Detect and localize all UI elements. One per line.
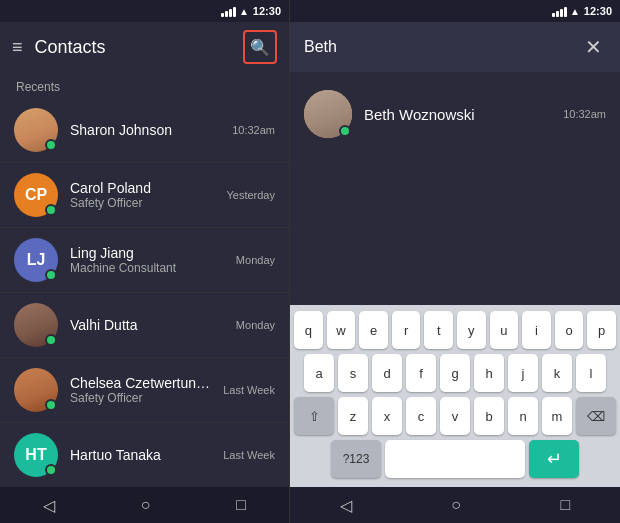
recent-apps-button[interactable]: □	[220, 492, 262, 518]
key-b[interactable]: b	[474, 397, 504, 435]
status-time: 12:30	[253, 5, 281, 17]
key-n[interactable]: n	[508, 397, 538, 435]
list-item[interactable]: LJ Ling Jiang Machine Consultant Monday	[0, 228, 289, 293]
contact-info: Chelsea Czetwertunski Safety Officer	[70, 375, 211, 405]
close-button[interactable]: ✕	[581, 31, 606, 63]
contact-info: Hartuo Tanaka	[70, 447, 211, 463]
left-panel: ▲ 12:30 ≡ Contacts 🔍 Recents Sharon John…	[0, 0, 290, 523]
right-status-time: 12:30	[584, 5, 612, 17]
avatar-wrap: CP	[14, 173, 58, 217]
key-v[interactable]: v	[440, 397, 470, 435]
key-o[interactable]: o	[555, 311, 584, 349]
contact-name: Sharon Johnson	[70, 122, 220, 138]
contact-name: Valhi Dutta	[70, 317, 224, 333]
contact-info: Valhi Dutta	[70, 317, 224, 333]
shift-key[interactable]: ⇧	[294, 397, 334, 435]
list-item[interactable]: Valhi Dutta Monday	[0, 293, 289, 358]
signal-bar-3	[560, 9, 563, 17]
search-icon: 🔍	[250, 38, 270, 57]
key-i[interactable]: i	[522, 311, 551, 349]
key-u[interactable]: u	[490, 311, 519, 349]
numbers-key[interactable]: ?123	[331, 440, 381, 478]
menu-icon[interactable]: ≡	[12, 37, 23, 58]
signal-bar-1	[221, 13, 224, 17]
keyboard-row-1: q w e r t y u i o p	[294, 311, 616, 349]
key-q[interactable]: q	[294, 311, 323, 349]
contact-time: Last Week	[223, 384, 275, 396]
contacts-header: ≡ Contacts 🔍	[0, 22, 289, 72]
online-indicator	[45, 269, 57, 281]
result-info: Beth Woznowski	[364, 106, 551, 123]
signal-bars	[221, 5, 236, 17]
signal-bar-4	[564, 7, 567, 17]
key-t[interactable]: t	[424, 311, 453, 349]
keyboard-row-3: ⇧ z x c v b n m ⌫	[294, 397, 616, 435]
list-item[interactable]: CP Carol Poland Safety Officer Yesterday	[0, 163, 289, 228]
signal-bar-4	[233, 7, 236, 17]
key-h[interactable]: h	[474, 354, 504, 392]
result-name: Beth Woznowski	[364, 106, 551, 123]
key-r[interactable]: r	[392, 311, 421, 349]
recent-apps-button[interactable]: □	[545, 492, 587, 518]
online-indicator	[45, 399, 57, 411]
key-j[interactable]: j	[508, 354, 538, 392]
key-e[interactable]: e	[359, 311, 388, 349]
online-indicator	[45, 464, 57, 476]
key-z[interactable]: z	[338, 397, 368, 435]
keyboard: q w e r t y u i o p a s d f g h j k l ⇧ …	[290, 305, 620, 487]
list-item[interactable]: Chelsea Czetwertunski Safety Officer Las…	[0, 358, 289, 423]
contact-name: Carol Poland	[70, 180, 214, 196]
key-x[interactable]: x	[372, 397, 402, 435]
key-m[interactable]: m	[542, 397, 572, 435]
page-title: Contacts	[35, 37, 231, 58]
key-g[interactable]: g	[440, 354, 470, 392]
list-item[interactable]: Sharon Johnson 10:32am	[0, 98, 289, 163]
left-bottom-nav: ◁ ○ □	[0, 487, 289, 523]
key-l[interactable]: l	[576, 354, 606, 392]
key-w[interactable]: w	[327, 311, 356, 349]
search-button[interactable]: 🔍	[243, 30, 277, 64]
contact-name: Chelsea Czetwertunski	[70, 375, 211, 391]
avatar-wrap	[14, 303, 58, 347]
back-button[interactable]: ◁	[324, 492, 368, 519]
result-time: 10:32am	[563, 108, 606, 120]
contact-role: Safety Officer	[70, 391, 211, 405]
contact-info: Carol Poland Safety Officer	[70, 180, 214, 210]
signal-bars	[552, 5, 567, 17]
list-item[interactable]: Beth Woznowski 10:32am	[290, 80, 620, 148]
signal-bar-1	[552, 13, 555, 17]
key-s[interactable]: s	[338, 354, 368, 392]
signal-bar-3	[229, 9, 232, 17]
back-button[interactable]: ◁	[27, 492, 71, 519]
signal-bar-2	[225, 11, 228, 17]
space-key[interactable]	[385, 440, 525, 478]
contact-info: Ling Jiang Machine Consultant	[70, 245, 224, 275]
key-k[interactable]: k	[542, 354, 572, 392]
search-results: Beth Woznowski 10:32am	[290, 72, 620, 305]
search-header: ✕	[290, 22, 620, 72]
home-button[interactable]: ○	[125, 492, 167, 518]
key-y[interactable]: y	[457, 311, 486, 349]
avatar-wrap: LJ	[14, 238, 58, 282]
contact-time: 10:32am	[232, 124, 275, 136]
home-button[interactable]: ○	[435, 492, 477, 518]
enter-key[interactable]: ↵	[529, 440, 579, 478]
key-c[interactable]: c	[406, 397, 436, 435]
key-f[interactable]: f	[406, 354, 436, 392]
contact-time: Last Week	[223, 449, 275, 461]
key-d[interactable]: d	[372, 354, 402, 392]
delete-key[interactable]: ⌫	[576, 397, 616, 435]
avatar-wrap	[14, 368, 58, 412]
signal-bar-2	[556, 11, 559, 17]
contact-name: Hartuo Tanaka	[70, 447, 211, 463]
right-signal: ▲	[552, 5, 580, 17]
key-p[interactable]: p	[587, 311, 616, 349]
search-input[interactable]	[304, 38, 573, 56]
recents-label: Recents	[0, 72, 289, 98]
contact-time: Yesterday	[226, 189, 275, 201]
contact-role: Machine Consultant	[70, 261, 224, 275]
key-a[interactable]: a	[304, 354, 334, 392]
keyboard-row-4: ?123 ↵	[294, 440, 616, 478]
contact-time: Monday	[236, 319, 275, 331]
list-item[interactable]: HT Hartuo Tanaka Last Week	[0, 423, 289, 487]
